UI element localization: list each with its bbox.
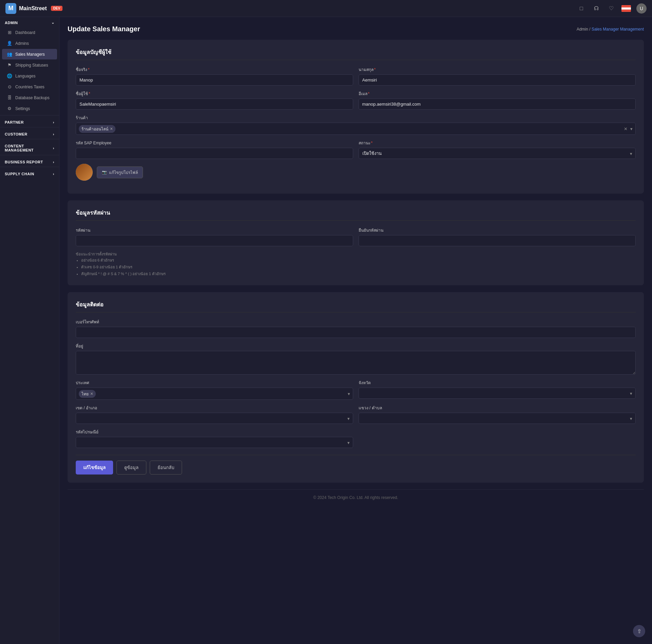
profile-avatar	[76, 164, 93, 181]
subdistrict-label: แขวง / ตำบล	[359, 405, 636, 411]
store-multi-select[interactable]: ร้านค้าออนไลน์ × ✕ ▾	[76, 123, 636, 135]
dropdown-icon[interactable]: ▾	[630, 126, 633, 131]
district-group: เขต / อำเภอ	[76, 405, 353, 424]
subdistrict-select-wrapper	[359, 413, 636, 424]
sidebar-item-countries-taxes[interactable]: ⊙ Countries Taxes	[2, 82, 57, 92]
business-section-header[interactable]: BUSINESS REPORT ›	[0, 157, 59, 165]
bell-icon[interactable]: ♡	[606, 4, 616, 13]
subdistrict-select[interactable]	[359, 413, 636, 424]
scroll-top-button[interactable]: ⇧	[633, 625, 645, 637]
country-province-row: ประเทศ ไทย × ▾ จังหวัด	[76, 379, 636, 400]
address-group: ที่อยู่	[76, 343, 636, 375]
customer-section-header[interactable]: CUSTOMER ›	[0, 129, 59, 138]
sidebar-item-sales-managers[interactable]: 👥 Sales Managers	[2, 49, 57, 59]
account-section: ข้อมูลบัญชีผู้ใช้ ชื่อจริง* นามสกุล* ชื่…	[68, 40, 644, 194]
breadcrumb-admin: Admin	[577, 27, 588, 32]
password-input[interactable]	[76, 235, 353, 246]
supply-section-header[interactable]: SUPPLY CHAIN ›	[0, 168, 59, 177]
last-name-group: นามสกุล*	[359, 66, 636, 86]
password-hint-2: ตัวเลข 0-9 อย่างน้อย 1 ตัวอักษร	[81, 264, 636, 271]
last-name-label: นามสกุล*	[359, 66, 636, 73]
sidebar-item-dashboard[interactable]: ⊞ Dashboard	[2, 27, 57, 38]
content-section-header[interactable]: CONTENT MANAGEMENT ›	[0, 141, 59, 154]
sidebar-item-shipping[interactable]: ⚑ Shipping Statuses	[2, 60, 57, 70]
settings-icon: ⚙	[7, 106, 12, 111]
phone-input[interactable]	[76, 327, 636, 338]
first-name-input[interactable]	[76, 74, 353, 86]
email-label: อีเมล*	[359, 90, 636, 97]
district-label: เขต / อำเภอ	[76, 405, 353, 411]
admin-section-header[interactable]: ADMIN ⌄	[0, 17, 59, 27]
multi-select-actions[interactable]: ✕ ▾	[624, 126, 633, 131]
back-button[interactable]: ย้อนกลับ	[150, 461, 182, 475]
store-tag-remove[interactable]: ×	[110, 126, 113, 131]
sidebar-item-database-backups[interactable]: 🗄 Database Backups	[2, 92, 57, 103]
sidebar-item-label: Sales Managers	[15, 52, 45, 57]
chat-icon[interactable]: □	[577, 4, 586, 13]
status-group: สถานะ* เปิดใช้งาน ปิดใช้งาน	[359, 140, 636, 159]
district-subdistrict-row: เขต / อำเภอ แขวง / ตำบล	[76, 405, 636, 424]
store-tag: ร้านค้าออนไลน์ ×	[79, 125, 115, 133]
password-hint: ข้อแนะนำการตั้งรหัสผ่าน อย่างน้อย 6 ตัวอ…	[76, 251, 636, 277]
country-select[interactable]: ไทย × ▾	[76, 388, 353, 400]
content-chevron: ›	[53, 146, 54, 150]
view-button[interactable]: ดูข้อมูล	[116, 461, 146, 475]
country-tag: ไทย ×	[79, 390, 96, 398]
username-email-row: ชื่อผู้ใช้* อีเมล*	[76, 90, 636, 110]
sidebar-item-settings[interactable]: ⚙ Settings	[2, 103, 57, 114]
district-select-wrapper	[76, 413, 353, 424]
last-name-input[interactable]	[359, 74, 636, 86]
confirm-password-group: ยืนยันรหัสผ่าน	[359, 227, 636, 246]
phone-group: เบอร์โทรศัพท์	[76, 319, 636, 338]
admin-section-label: ADMIN	[5, 21, 18, 25]
database-icon: 🗄	[7, 95, 12, 100]
sap-input[interactable]	[76, 148, 353, 159]
country-tag-remove[interactable]: ×	[90, 391, 93, 396]
address-input[interactable]	[76, 351, 636, 375]
email-group: อีเมล*	[359, 90, 636, 110]
username-input[interactable]	[76, 99, 353, 110]
postal-select[interactable]	[76, 437, 353, 448]
country-dropdown-icon[interactable]: ▾	[348, 391, 350, 396]
topnav: M MainStreet DEV □ ☊ ♡ U	[0, 0, 652, 17]
action-row: แก้ไขข้อมูล ดูข้อมูล ย้อนกลับ	[76, 455, 636, 475]
app-logo[interactable]: M MainStreet	[5, 3, 47, 14]
clear-icon[interactable]: ✕	[624, 126, 628, 131]
shipping-icon: ⚑	[7, 62, 12, 68]
headset-icon[interactable]: ☊	[592, 4, 601, 13]
password-section-title: ข้อมูลรหัสผ่าน	[76, 209, 636, 221]
partner-section-header[interactable]: PARTNER ›	[0, 117, 59, 126]
sidebar-item-admins[interactable]: 👤 Admins	[2, 38, 57, 49]
content-section-label: CONTENT MANAGEMENT	[5, 144, 53, 152]
country-select-actions[interactable]: ▾	[348, 391, 350, 396]
business-section-label: BUSINESS REPORT	[5, 160, 43, 164]
password-group: รหัสผ่าน	[76, 227, 353, 246]
confirm-password-input[interactable]	[359, 235, 636, 246]
upload-photo-button[interactable]: 📷 แก้ไขรูปโปรไฟล์	[97, 166, 143, 178]
sidebar-item-label: Languages	[15, 74, 35, 78]
first-name-group: ชื่อจริง*	[76, 66, 353, 86]
password-label: รหัสผ่าน	[76, 227, 353, 233]
sidebar-item-languages[interactable]: 🌐 Languages	[2, 71, 57, 81]
env-badge: DEV	[51, 6, 63, 11]
password-section: ข้อมูลรหัสผ่าน รหัสผ่าน ยืนยันรหัสผ่าน ข…	[68, 200, 644, 285]
province-group: จังหวัด	[359, 379, 636, 400]
postal-select-wrapper	[76, 437, 353, 448]
password-hint-1: อย่างน้อย 6 ตัวอักษร	[81, 257, 636, 264]
supply-section-label: SUPPLY CHAIN	[5, 172, 34, 176]
first-name-label: ชื่อจริง*	[76, 66, 353, 73]
province-label: จังหวัด	[359, 379, 636, 386]
district-select[interactable]	[76, 413, 353, 424]
province-select[interactable]	[359, 388, 636, 399]
status-select[interactable]: เปิดใช้งาน ปิดใช้งาน	[359, 148, 636, 159]
user-avatar[interactable]: U	[636, 3, 647, 14]
sap-label: รหัส SAP Employee	[76, 140, 353, 146]
email-input[interactable]	[359, 99, 636, 110]
save-button[interactable]: แก้ไขข้อมูล	[76, 461, 113, 475]
admin-section-chevron: ⌄	[51, 20, 55, 25]
postal-label: รหัสไปรษณีย์	[76, 429, 353, 435]
sidebar-item-label: Admins	[15, 41, 29, 46]
language-flag[interactable]	[621, 5, 631, 12]
business-chevron: ›	[53, 160, 54, 164]
breadcrumb-current[interactable]: Sales Manager Management	[592, 27, 644, 32]
